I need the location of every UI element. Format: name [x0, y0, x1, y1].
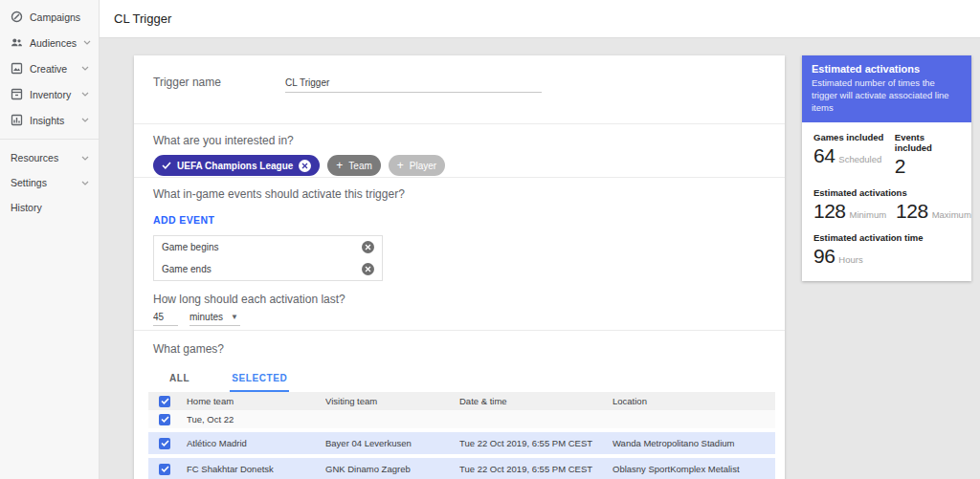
visiting-team-cell: Bayer 04 Leverkusen: [325, 438, 459, 448]
date-time-cell: Tue 22 Oct 2019, 6:55 PM CEST: [459, 438, 612, 448]
chevron-down-icon: [81, 181, 89, 185]
row-checkbox[interactable]: [159, 464, 170, 475]
add-team-chip[interactable]: + Team: [327, 155, 380, 176]
trigger-name-section: Trigger name: [134, 55, 785, 124]
games-included-value: 64: [813, 144, 835, 167]
campaigns-icon: [11, 11, 23, 23]
chevron-down-icon: [81, 156, 89, 161]
col-header-location: Location: [612, 396, 775, 406]
estimates-card-header: Estimated activations Estimated number o…: [802, 55, 971, 122]
sidebar-divider: [0, 139, 99, 140]
audiences-icon: [11, 36, 23, 49]
estimates-card-body: Games included 64 Scheduled Events inclu…: [802, 122, 971, 281]
sidebar-item-insights[interactable]: Insights: [0, 107, 99, 133]
activation-time-sub: Hours: [838, 254, 862, 265]
chevron-down-icon: [81, 66, 89, 71]
activations-max-label: Maximum: [932, 209, 971, 220]
estimated-activations-label: Estimated activations: [813, 187, 962, 198]
duration-unit-label: minutes: [189, 312, 223, 322]
sidebar-item-label: Campaigns: [30, 11, 80, 23]
page-title: CL Trigger: [114, 11, 171, 26]
games-question: What games?: [148, 342, 766, 356]
remove-event-icon[interactable]: [362, 263, 374, 275]
duration-unit-select[interactable]: minutes ▼: [189, 310, 240, 326]
sidebar-item-label: Insights: [30, 115, 64, 126]
plus-icon: +: [336, 160, 343, 171]
location-cell: Oblasny SportKomplex Metalist: [612, 464, 775, 474]
sidebar-item-audiences[interactable]: Audiences: [0, 30, 99, 55]
activations-max-value: 128: [896, 200, 928, 223]
tab-selected[interactable]: SELECTED: [230, 365, 289, 392]
sidebar-item-label: Creative: [30, 63, 67, 75]
games-tabs: ALL SELECTED: [148, 365, 766, 392]
event-label: Game ends: [162, 264, 212, 274]
visiting-team-cell: GNK Dinamo Zagreb: [325, 464, 459, 474]
sidebar-item-label: History: [11, 202, 42, 213]
league-chip[interactable]: UEFA Champions League: [153, 155, 320, 176]
games-table: Home team Visiting team Date & time Loca…: [148, 392, 775, 479]
check-icon: [162, 162, 171, 169]
sidebar-item-label: Inventory: [30, 89, 71, 100]
col-header-date-time: Date & time: [459, 396, 612, 406]
home-team-cell: FC Shakhtar Donetsk: [187, 464, 325, 474]
activations-min-value: 128: [813, 200, 846, 223]
league-chip-label: UEFA Champions League: [177, 161, 293, 171]
sidebar: Campaigns Audiences Creative Inventory I…: [0, 0, 100, 479]
select-all-checkbox[interactable]: [159, 396, 170, 407]
sidebar-item-settings[interactable]: Settings: [0, 170, 99, 195]
insights-icon: [11, 114, 23, 126]
sidebar-item-resources[interactable]: Resources: [0, 145, 99, 170]
sidebar-item-history[interactable]: History: [0, 195, 99, 220]
duration-value-input[interactable]: [153, 310, 178, 326]
sidebar-item-inventory[interactable]: Inventory: [0, 81, 99, 107]
col-header-visiting-team: Visiting team: [325, 396, 459, 406]
remove-league-icon[interactable]: [299, 160, 311, 172]
activation-time-value: 96: [813, 245, 835, 268]
trigger-name-label: Trigger name: [153, 76, 221, 89]
sidebar-item-label: Settings: [11, 177, 47, 188]
activations-min-label: Minimum: [850, 209, 887, 220]
event-row: Game ends: [154, 258, 382, 280]
games-included-sub: Scheduled: [838, 154, 881, 164]
add-player-chip[interactable]: + Player: [389, 155, 445, 176]
interests-question: What are you interested in?: [153, 134, 766, 147]
chevron-down-icon: [81, 92, 89, 97]
trigger-name-input[interactable]: [285, 76, 542, 93]
date-time-cell: Tue 22 Oct 2019, 6:55 PM CEST: [459, 464, 612, 474]
events-included-value: 2: [895, 155, 905, 178]
table-group-row: Tue, Oct 22: [148, 410, 775, 428]
events-section: What in-game events should activate this…: [134, 178, 785, 331]
row-checkbox[interactable]: [159, 438, 170, 449]
table-row[interactable]: FC Shakhtar Donetsk GNK Dinamo Zagreb Tu…: [148, 458, 775, 479]
games-section: What games? ALL SELECTED Home team Visit…: [134, 331, 785, 479]
add-player-chip-label: Player: [410, 161, 436, 171]
home-team-cell: Atlético Madrid: [187, 438, 325, 448]
interests-section: What are you interested in? UEFA Champio…: [134, 124, 785, 178]
chevron-down-icon: [83, 40, 91, 45]
creative-icon: [11, 62, 23, 75]
add-event-button[interactable]: ADD EVENT: [153, 214, 214, 226]
remove-event-icon[interactable]: [362, 241, 374, 253]
activation-time-label: Estimated activation time: [813, 232, 962, 243]
event-label: Game begins: [162, 242, 218, 252]
sidebar-item-label: Audiences: [30, 37, 77, 49]
sidebar-item-label: Resources: [11, 152, 58, 163]
tab-all[interactable]: ALL: [167, 365, 191, 392]
table-row[interactable]: Atlético Madrid Bayer 04 Leverkusen Tue …: [148, 432, 775, 454]
trigger-form-card: Trigger name What are you interested in?…: [134, 55, 785, 479]
plus-icon: +: [397, 160, 404, 171]
col-header-home-team: Home team: [187, 396, 325, 406]
dropdown-arrow-icon: ▼: [231, 313, 238, 321]
group-label: Tue, Oct 22: [187, 414, 325, 425]
events-included-label: Events included: [895, 132, 962, 153]
estimates-card: Estimated activations Estimated number o…: [802, 55, 971, 281]
event-row: Game begins: [154, 236, 382, 258]
add-team-chip-label: Team: [348, 161, 371, 171]
events-question: What in-game events should activate this…: [153, 187, 766, 201]
group-checkbox[interactable]: [159, 414, 170, 425]
table-header-row: Home team Visiting team Date & time Loca…: [148, 392, 775, 410]
events-list: Game begins Game ends: [153, 235, 383, 281]
chevron-down-icon: [81, 118, 89, 122]
sidebar-item-creative[interactable]: Creative: [0, 55, 99, 81]
sidebar-item-campaigns[interactable]: Campaigns: [0, 4, 99, 30]
